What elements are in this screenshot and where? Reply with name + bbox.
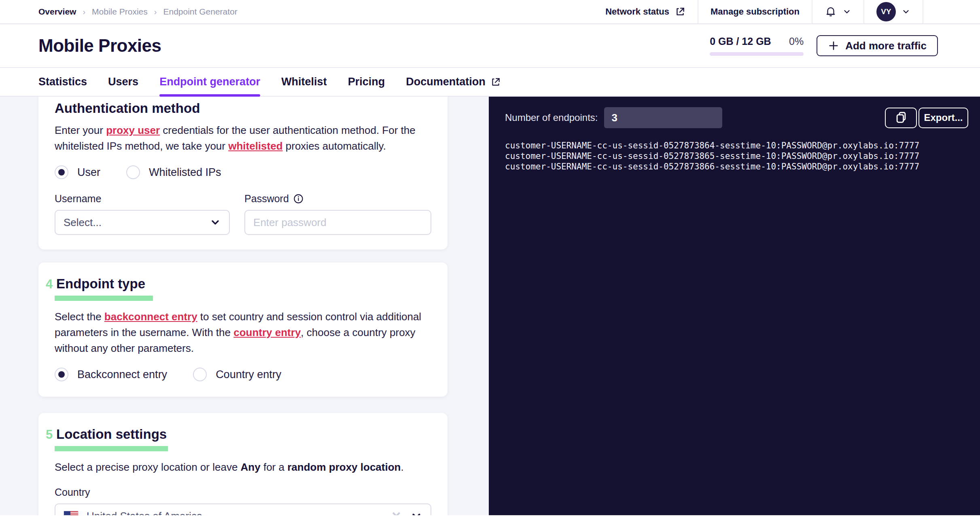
section-number: 4: [46, 277, 56, 292]
radio-selected-icon: [55, 165, 68, 179]
info-icon[interactable]: [293, 193, 304, 204]
topbar-actions: Network status Manage subscription VY: [593, 0, 980, 23]
manage-subscription-link[interactable]: Manage subscription: [698, 0, 812, 23]
random-proxy-location-emphasis: random proxy location: [287, 461, 401, 473]
notifications-menu[interactable]: [812, 0, 863, 23]
page-header: Mobile Proxies 0 GB / 12 GB 0% Add more …: [0, 24, 980, 68]
traffic-progress-bar: [710, 52, 804, 56]
bell-icon: [825, 6, 837, 18]
breadcrumb: Overview › Mobile Proxies › Endpoint Gen…: [0, 0, 238, 23]
chevron-down-icon: [842, 7, 851, 16]
section-progress-bar: [55, 446, 168, 451]
export-button[interactable]: Export...: [918, 108, 968, 128]
password-input[interactable]: [244, 210, 431, 235]
breadcrumb-mobile-proxies[interactable]: Mobile Proxies: [92, 7, 148, 17]
breadcrumb-separator: ›: [154, 7, 157, 17]
tab-whitelist[interactable]: Whitelist: [281, 68, 327, 96]
main-content: Authentication method Enter your proxy u…: [0, 97, 980, 515]
description-text: Select the: [55, 311, 104, 323]
breadcrumb-endpoint-generator: Endpoint Generator: [163, 7, 237, 17]
username-label: Username: [55, 193, 230, 205]
authentication-method-card: Authentication method Enter your proxy u…: [38, 97, 448, 250]
description-text: Enter your: [55, 124, 106, 136]
tab-pricing[interactable]: Pricing: [348, 68, 385, 96]
add-more-traffic-label: Add more traffic: [845, 40, 927, 52]
endpoint-line: customer-USERNAME-cc-us-sessid-052787386…: [505, 151, 968, 161]
account-menu[interactable]: VY: [863, 0, 923, 23]
description-text: Select a precise proxy location or leave: [55, 461, 241, 473]
clear-selection-icon[interactable]: ✕: [391, 509, 401, 516]
username-select[interactable]: Select...: [55, 210, 230, 235]
endpoint-line: customer-USERNAME-cc-us-sessid-052787386…: [505, 161, 968, 172]
username-select-value: Select...: [64, 216, 102, 229]
tab-statistics[interactable]: Statistics: [38, 68, 87, 96]
chevron-down-icon: [410, 510, 422, 515]
endpoint-type-description: Select the backconnect entry to set coun…: [55, 309, 431, 356]
plus-icon: [828, 40, 839, 51]
number-of-endpoints-input[interactable]: [604, 107, 722, 128]
whitelisted-link[interactable]: whitelisted: [228, 140, 282, 152]
copy-icon: [894, 111, 908, 125]
radio-backconnect-label: Backconnect entry: [77, 368, 167, 381]
avatar: VY: [876, 2, 896, 21]
endpoint-output-panel: Number of endpoints: Export... customer-…: [489, 97, 980, 515]
endpoint-type-card: 4 Endpoint type Select the backconnect e…: [38, 262, 448, 397]
copy-endpoints-button[interactable]: [885, 108, 917, 128]
traffic-used-label: 0 GB / 12 GB: [710, 36, 771, 47]
tab-documentation[interactable]: Documentation: [406, 68, 501, 96]
us-flag-icon: [64, 511, 78, 515]
radio-unselected-icon: [126, 165, 140, 179]
chevron-down-icon: [210, 217, 221, 228]
any-emphasis: Any: [241, 461, 261, 473]
radio-whitelisted-label: Whitelisted IPs: [149, 166, 221, 179]
tab-documentation-label: Documentation: [406, 76, 486, 88]
authentication-method-description: Enter your proxy user credentials for th…: [55, 123, 431, 154]
description-text: for a: [261, 461, 287, 473]
chevron-down-icon: [902, 7, 910, 16]
network-status-link[interactable]: Network status: [593, 0, 698, 23]
generator-form-column: Authentication method Enter your proxy u…: [38, 97, 448, 515]
traffic-usage: 0 GB / 12 GB 0%: [710, 36, 804, 56]
description-text: proxies automatically.: [283, 140, 386, 152]
top-bar: Overview › Mobile Proxies › Endpoint Gen…: [0, 0, 980, 24]
endpoint-line: customer-USERNAME-cc-us-sessid-052787386…: [505, 140, 968, 151]
radio-user-label: User: [77, 166, 100, 179]
radio-selected-icon: [55, 368, 68, 381]
add-more-traffic-button[interactable]: Add more traffic: [817, 35, 938, 56]
section-progress-bar: [55, 296, 153, 301]
radio-user[interactable]: User: [55, 165, 100, 179]
radio-country-entry[interactable]: Country entry: [193, 368, 281, 381]
breadcrumb-separator: ›: [83, 7, 85, 17]
authentication-method-title: Authentication method: [55, 101, 431, 116]
tab-endpoint-generator[interactable]: Endpoint generator: [159, 68, 260, 96]
country-entry-link[interactable]: country entry: [233, 326, 301, 338]
page-title: Mobile Proxies: [38, 36, 161, 56]
backconnect-entry-link[interactable]: backconnect entry: [104, 311, 197, 323]
country-label: Country: [55, 486, 431, 498]
number-of-endpoints-label: Number of endpoints:: [505, 112, 598, 123]
radio-country-label: Country entry: [216, 368, 281, 381]
endpoint-list[interactable]: customer-USERNAME-cc-us-sessid-052787386…: [505, 140, 968, 172]
manage-subscription-label: Manage subscription: [711, 6, 800, 17]
breadcrumb-overview[interactable]: Overview: [38, 7, 76, 17]
tab-users[interactable]: Users: [108, 68, 138, 96]
country-select[interactable]: United States of America ✕: [55, 503, 431, 515]
proxy-user-link[interactable]: proxy user: [106, 124, 160, 136]
traffic-percent-label: 0%: [789, 36, 804, 47]
description-text: .: [401, 461, 403, 473]
location-settings-title: Location settings: [56, 427, 167, 442]
network-status-label: Network status: [605, 6, 669, 17]
radio-whitelisted-ips[interactable]: Whitelisted IPs: [126, 165, 221, 179]
export-button-label: Export...: [924, 112, 963, 123]
external-link-icon: [490, 77, 501, 87]
endpoint-type-title: Endpoint type: [56, 276, 145, 292]
password-label: Password: [244, 193, 289, 205]
country-select-value: United States of America: [87, 510, 202, 516]
section-number: 5: [46, 427, 56, 442]
topbar-spacer: [923, 0, 980, 23]
location-settings-card: 5 Location settings Select a precise pro…: [38, 413, 448, 515]
external-link-icon: [675, 6, 685, 17]
radio-backconnect-entry[interactable]: Backconnect entry: [55, 368, 167, 381]
location-settings-description: Select a precise proxy location or leave…: [55, 459, 431, 475]
tab-bar: Statistics Users Endpoint generator Whit…: [0, 68, 980, 97]
